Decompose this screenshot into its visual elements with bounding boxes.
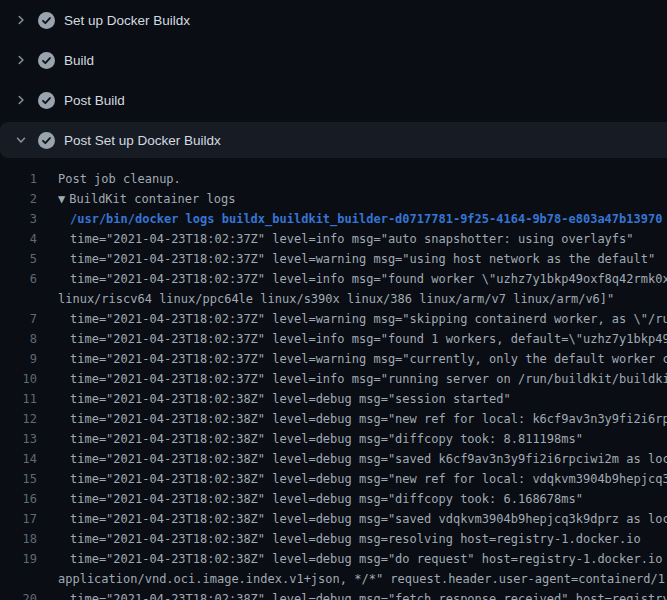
log-line-text: time="2021-04-23T18:02:38Z" level=debug … [37, 529, 667, 549]
log-line-text: linux/riscv64 linux/ppc64le linux/s390x … [37, 289, 667, 309]
chevron-right-icon [13, 92, 29, 108]
log-line-number[interactable]: 14 [0, 449, 37, 469]
log-line: 18 time="2021-04-23T18:02:38Z" level=deb… [0, 529, 667, 549]
log-line-number[interactable]: 20 [0, 589, 37, 600]
log-line-text: time="2021-04-23T18:02:38Z" level=debug … [37, 469, 667, 489]
log-line-number[interactable]: 13 [0, 429, 37, 449]
chevron-down-icon [13, 132, 29, 148]
log-line-text: application/vnd.oci.image.index.v1+json,… [37, 569, 667, 589]
log-line: 11 time="2021-04-23T18:02:38Z" level=deb… [0, 389, 667, 409]
log-line-group: 2 ▼ BuildKit container logs [0, 189, 667, 209]
step-build[interactable]: Build [0, 40, 667, 80]
log-line: 13 time="2021-04-23T18:02:38Z" level=deb… [0, 429, 667, 449]
log-line-number[interactable]: 6 [0, 269, 37, 289]
log-group-expander-icon[interactable]: ▼ [37, 189, 65, 209]
log-line: 5 time="2021-04-23T18:02:37Z" level=warn… [0, 249, 667, 269]
log-group-label[interactable]: BuildKit container logs [65, 189, 235, 209]
log-line: 19 time="2021-04-23T18:02:38Z" level=deb… [0, 549, 667, 569]
step-post-build[interactable]: Post Build [0, 80, 667, 120]
log-line-text: time="2021-04-23T18:02:38Z" level=debug … [37, 429, 667, 449]
chevron-right-icon [13, 52, 29, 68]
log-line-number[interactable]: 5 [0, 249, 37, 269]
log-line-number[interactable]: 4 [0, 229, 37, 249]
step-label: Post Build [64, 93, 125, 108]
step-label: Build [64, 53, 94, 68]
log-line-number[interactable]: 17 [0, 509, 37, 529]
check-circle-icon [38, 52, 55, 69]
log-line-number[interactable]: 1 [0, 169, 37, 189]
log-line: 10 time="2021-04-23T18:02:37Z" level=inf… [0, 369, 667, 389]
log-line: 3 /usr/bin/docker logs buildx_buildkit_b… [0, 209, 667, 229]
log-line: 4 time="2021-04-23T18:02:37Z" level=info… [0, 229, 667, 249]
log-line: 6 time="2021-04-23T18:02:37Z" level=info… [0, 269, 667, 289]
log-line-text: time="2021-04-23T18:02:38Z" level=debug … [37, 389, 667, 409]
log-line-text: time="2021-04-23T18:02:37Z" level=warnin… [37, 349, 667, 369]
log-line: 9 time="2021-04-23T18:02:37Z" level=warn… [0, 349, 667, 369]
log-line-text: time="2021-04-23T18:02:38Z" level=debug … [37, 449, 667, 469]
log-line: 17 time="2021-04-23T18:02:38Z" level=deb… [0, 509, 667, 529]
log-line-number[interactable]: 9 [0, 349, 37, 369]
log-line-number[interactable]: 10 [0, 369, 37, 389]
log-line: 8 time="2021-04-23T18:02:37Z" level=info… [0, 329, 667, 349]
log-line-text: time="2021-04-23T18:02:37Z" level=info m… [37, 329, 667, 349]
step-post-setup-docker-buildx[interactable]: Post Set up Docker Buildx [0, 122, 667, 158]
log-line: 12 time="2021-04-23T18:02:38Z" level=deb… [0, 409, 667, 429]
log-line: 20 time="2021-04-23T18:02:38Z" level=deb… [0, 589, 667, 600]
log-line-number[interactable]: 16 [0, 489, 37, 509]
log-line: 1 Post job cleanup. [0, 169, 667, 189]
log-line-number[interactable]: 8 [0, 329, 37, 349]
check-circle-icon [38, 12, 55, 29]
chevron-right-icon [13, 12, 29, 28]
log-area: 1 Post job cleanup. 2 ▼ BuildKit contain… [0, 160, 667, 600]
log-line: 15 time="2021-04-23T18:02:38Z" level=deb… [0, 469, 667, 489]
log-line-number[interactable]: 11 [0, 389, 37, 409]
log-line-text: time="2021-04-23T18:02:37Z" level=info m… [37, 369, 667, 389]
log-line-text: time="2021-04-23T18:02:38Z" level=debug … [37, 409, 667, 429]
log-line-text: time="2021-04-23T18:02:37Z" level=warnin… [37, 309, 667, 329]
log-line-number[interactable]: 7 [0, 309, 37, 329]
log-line-number[interactable]: 15 [0, 469, 37, 489]
log-line-text: Post job cleanup. [37, 169, 667, 189]
step-setup-docker-buildx[interactable]: Set up Docker Buildx [0, 0, 667, 40]
log-line-number[interactable]: 2 [0, 189, 37, 209]
log-line: 14 time="2021-04-23T18:02:38Z" level=deb… [0, 449, 667, 469]
step-label: Post Set up Docker Buildx [64, 133, 221, 148]
log-line: 7 time="2021-04-23T18:02:37Z" level=warn… [0, 309, 667, 329]
log-line: 16 time="2021-04-23T18:02:38Z" level=deb… [0, 489, 667, 509]
log-line-text: time="2021-04-23T18:02:38Z" level=debug … [37, 509, 667, 529]
log-line-continuation: linux/riscv64 linux/ppc64le linux/s390x … [0, 289, 667, 309]
log-line-text: time="2021-04-23T18:02:37Z" level=info m… [37, 229, 667, 249]
log-line-text: time="2021-04-23T18:02:38Z" level=debug … [37, 549, 667, 569]
log-line-text: time="2021-04-23T18:02:37Z" level=info m… [37, 269, 667, 289]
log-line-number[interactable]: 19 [0, 549, 37, 569]
log-line-continuation: application/vnd.oci.image.index.v1+json,… [0, 569, 667, 589]
step-label: Set up Docker Buildx [64, 13, 190, 28]
log-command-text: /usr/bin/docker logs buildx_buildkit_bui… [37, 209, 667, 229]
log-line-text: time="2021-04-23T18:02:38Z" level=debug … [37, 489, 667, 509]
log-line-text: time="2021-04-23T18:02:37Z" level=warnin… [37, 249, 667, 269]
log-line-number[interactable]: 3 [0, 209, 37, 229]
log-line-text: time="2021-04-23T18:02:38Z" level=debug … [37, 589, 667, 600]
log-line-number[interactable]: 12 [0, 409, 37, 429]
check-circle-icon [38, 92, 55, 109]
log-line-number[interactable]: 18 [0, 529, 37, 549]
check-circle-icon [38, 132, 55, 149]
